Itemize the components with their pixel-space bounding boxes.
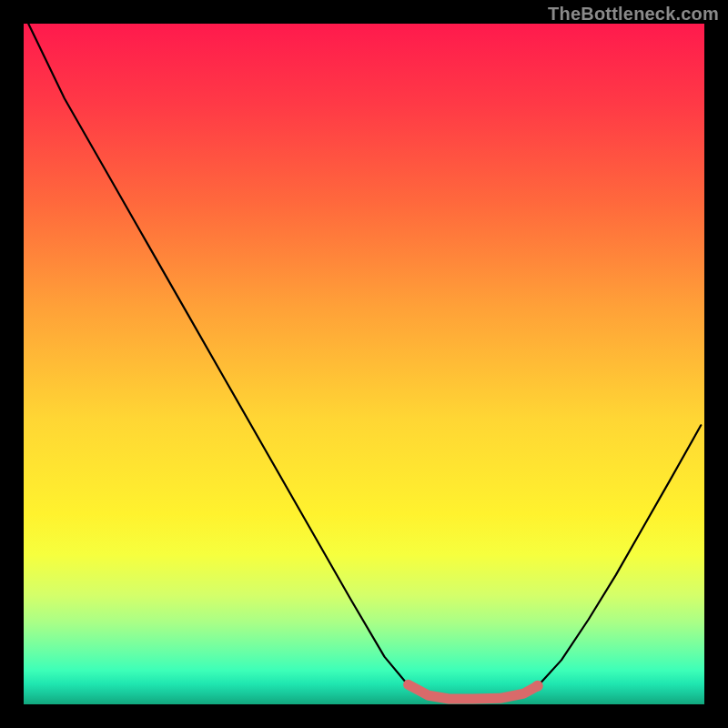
bottleneck-curve: [28, 24, 701, 700]
chart-svg: [24, 24, 704, 704]
chart-frame: TheBottleneck.com: [0, 0, 728, 728]
watermark-text: TheBottleneck.com: [548, 4, 719, 25]
optimal-end-dot: [532, 681, 543, 692]
optimal-range-marker: [409, 684, 538, 699]
plot-area: [24, 24, 704, 704]
